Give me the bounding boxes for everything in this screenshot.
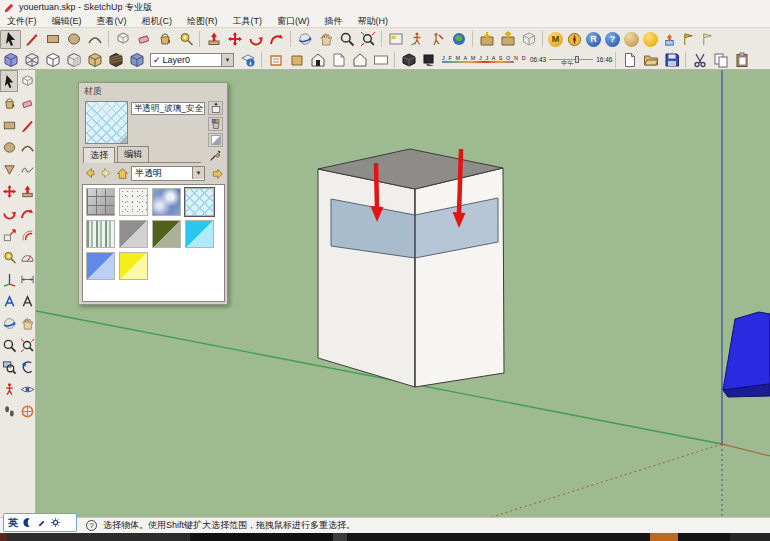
shadow-time-slider[interactable]: 中午 [549,56,593,64]
forward-button[interactable] [99,166,113,180]
video-progress-bar[interactable] [0,533,770,541]
style-monochrome-button[interactable] [126,50,147,69]
lt-scale-button[interactable] [0,224,18,246]
paint-bucket-button[interactable] [154,30,175,49]
eraser-tool-button[interactable] [133,30,154,49]
lt-paint-bucket-button[interactable] [0,92,18,114]
share-models-button[interactable] [497,30,518,49]
material-swatch-green[interactable] [152,220,181,248]
move-tool-button[interactable] [224,30,245,49]
style-shaded-button[interactable] [63,50,84,69]
paste-button[interactable] [731,50,752,69]
walkthrough-button[interactable] [427,30,448,49]
lt-move-button[interactable] [0,180,18,202]
lt-section-plane-button[interactable] [18,400,36,422]
style-xray-button[interactable] [0,50,21,69]
details-flyout-button[interactable] [209,167,224,181]
material-swatch-clouds[interactable] [152,188,181,216]
menu-view[interactable]: 查看(V) [97,15,127,28]
pan-tool-button[interactable] [315,30,336,49]
lt-dimension-button[interactable] [18,268,36,290]
zoom-tool-button[interactable] [336,30,357,49]
plugin-m-button[interactable]: M [548,32,563,47]
menu-plugins[interactable]: 插件 [325,15,343,28]
help-icon[interactable]: ? [86,520,97,531]
style-shaded-textures-button[interactable] [84,50,105,69]
shadow-toggle-button[interactable] [419,50,440,69]
house-outline-button[interactable] [349,50,370,69]
warehouse-box-button[interactable] [518,30,539,49]
material-swatch-glassblock[interactable] [86,188,115,216]
set-default-material-button[interactable] [208,117,223,131]
orbit-tool-button[interactable] [294,30,315,49]
model-info-button[interactable] [385,30,406,49]
style-hiddenline-button[interactable] [42,50,63,69]
lt-tape-measure-button[interactable] [0,246,18,268]
chevron-down-icon[interactable]: ▼ [192,167,204,179]
create-material-button[interactable] [208,101,223,115]
shadow-dialog-button[interactable] [398,50,419,69]
menu-help[interactable]: 帮助(H) [358,15,389,28]
make-component-button[interactable] [112,30,133,49]
gear-icon[interactable] [50,517,61,528]
plugin-compass-button[interactable] [565,30,584,49]
lt-axes-button[interactable] [0,268,18,290]
plugin-e-button[interactable] [624,32,639,47]
plugin-flag-gold-button[interactable] [679,30,698,49]
lt-push-pull-button[interactable] [18,180,36,202]
modeling-viewport[interactable]: 材质 半透明_玻璃_安全 选择 编辑 半透明 ▼ [36,70,770,517]
open-file-button[interactable] [640,50,661,69]
lt-look-around-button[interactable] [18,378,36,400]
ime-language-bar[interactable]: 英 [3,513,77,532]
material-swatch-stripes[interactable] [86,220,115,248]
plugin-sphere-button[interactable] [643,32,658,47]
collection-dropdown[interactable]: 半透明 ▼ [131,166,205,181]
lt-select-button[interactable] [0,70,18,92]
lt-zoom-extents-button[interactable] [18,334,36,356]
google-earth-button[interactable] [448,30,469,49]
language-indicator[interactable]: 英 [8,516,18,530]
layer-manager-button[interactable] [237,50,258,69]
tape-measure-button[interactable] [175,30,196,49]
style-wireframe-button[interactable] [21,50,42,69]
rectangle-tool-button[interactable] [42,30,63,49]
shadow-date-slider[interactable]: J F M A M J J A S O N D [442,56,527,63]
lt-protractor-button[interactable] [18,246,36,268]
plugin-r-button[interactable]: R [586,32,601,47]
plugin-flag-pale-button[interactable] [698,30,717,49]
lt-walk-button[interactable] [0,400,18,422]
material-swatch-selected[interactable] [185,188,214,216]
house-door-button[interactable] [307,50,328,69]
menu-edit[interactable]: 编辑(E) [52,15,82,28]
materials-panel[interactable]: 材质 半透明_玻璃_安全 选择 编辑 半透明 ▼ [78,82,228,305]
rotate-tool-button[interactable] [245,30,266,49]
lt-zoom-window-button[interactable] [0,356,18,378]
lt-zoom-previous-button[interactable] [18,356,36,378]
material-swatch-yellow[interactable] [119,252,148,280]
layer-combobox[interactable]: ✓ Layer0 ▼ [150,53,234,67]
lt-circle-button[interactable] [0,136,18,158]
lt-arc-button[interactable] [18,136,36,158]
lt-orbit-button[interactable] [0,312,18,334]
menu-draw[interactable]: 绘图(R) [187,15,218,28]
circle-tool-button[interactable] [63,30,84,49]
material-swatch-speckle[interactable] [119,188,148,216]
time-slider-thumb[interactable] [575,56,579,63]
line-tool-button[interactable] [21,30,42,49]
lt-offset-button[interactable] [18,224,36,246]
menu-camera[interactable]: 相机(C) [142,15,173,28]
lt-eraser-button[interactable] [18,92,36,114]
lt-component-button[interactable] [18,70,36,92]
section-fill-button[interactable] [286,50,307,69]
menu-window[interactable]: 窗口(W) [277,15,310,28]
plugin-help-button[interactable]: ? [605,32,620,47]
material-swatch-gray[interactable] [119,220,148,248]
select-tool-button[interactable] [0,30,21,49]
moon-icon[interactable] [22,517,33,528]
lt-rotate-button[interactable] [0,202,18,224]
chevron-down-icon[interactable]: ▼ [221,54,233,66]
lt-3d-text-button[interactable] [0,290,18,312]
page-fold-button[interactable] [328,50,349,69]
material-swatch-cyan[interactable] [185,220,214,248]
lt-text-button[interactable] [18,290,36,312]
